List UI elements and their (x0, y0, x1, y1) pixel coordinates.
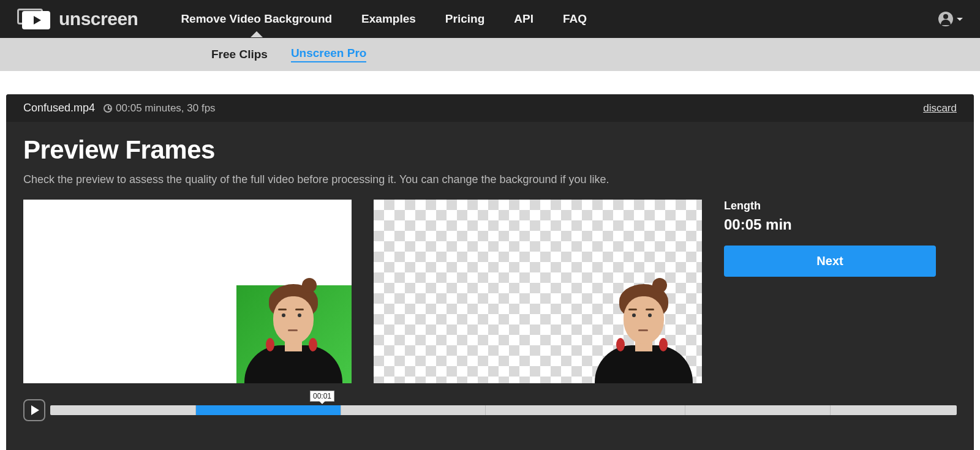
timeline-tick (685, 405, 685, 415)
panel-header: Confused.mp4 00:05 minutes, 30 fps disca… (6, 94, 974, 122)
nav-item-examples[interactable]: Examples (361, 1, 416, 37)
side-panel: Length 00:05 min Next (724, 200, 957, 383)
editor-panel: Confused.mp4 00:05 minutes, 30 fps disca… (6, 94, 974, 450)
timeline-marker[interactable]: 00:01 (310, 391, 334, 402)
logo-icon (17, 9, 50, 29)
preview-frames (23, 200, 702, 383)
person-original (241, 284, 345, 383)
timeline-tick (195, 405, 196, 415)
nav-item-api[interactable]: API (514, 1, 533, 37)
length-value: 00:05 min (724, 216, 957, 233)
length-label: Length (724, 200, 957, 212)
person-cutout (592, 284, 696, 383)
timeline-tick (485, 405, 486, 415)
file-name: Confused.mp4 (23, 102, 95, 114)
play-icon (31, 405, 39, 415)
page-subtitle: Check the preview to assess the quality … (23, 173, 957, 186)
timeline-tick (830, 405, 831, 415)
top-nav: unscreen Remove Video BackgroundExamples… (0, 0, 980, 38)
preview-removed (374, 200, 702, 383)
nav-item-pricing[interactable]: Pricing (445, 1, 484, 37)
subnav-item-free-clips[interactable]: Free Clips (211, 48, 268, 61)
preview-original (23, 200, 352, 383)
clock-icon (104, 104, 112, 113)
play-button[interactable] (23, 399, 45, 421)
timeline-marker-label: 00:01 (313, 392, 331, 400)
file-meta: 00:05 minutes, 30 fps (116, 102, 216, 114)
next-button[interactable]: Next (724, 246, 936, 277)
subnav-item-unscreen-pro[interactable]: Unscreen Pro (291, 47, 367, 62)
discard-link[interactable]: discard (923, 102, 957, 114)
sub-nav: Free ClipsUnscreen Pro (0, 38, 980, 71)
nav-item-faq[interactable]: FAQ (563, 1, 587, 37)
timeline-track[interactable]: 00:01 (50, 405, 957, 415)
user-menu[interactable] (938, 12, 963, 26)
page-title: Preview Frames (23, 135, 957, 165)
nav-item-remove-video-background[interactable]: Remove Video Background (181, 1, 332, 37)
chevron-down-icon (957, 18, 963, 21)
timeline-row: 00:01 (23, 399, 957, 421)
main-nav: Remove Video BackgroundExamplesPricingAP… (181, 1, 587, 37)
logo[interactable]: unscreen (17, 9, 138, 29)
brand-text: unscreen (59, 9, 138, 29)
timeline-progress (195, 405, 341, 415)
user-icon (938, 12, 953, 26)
timeline-tick (341, 405, 341, 415)
